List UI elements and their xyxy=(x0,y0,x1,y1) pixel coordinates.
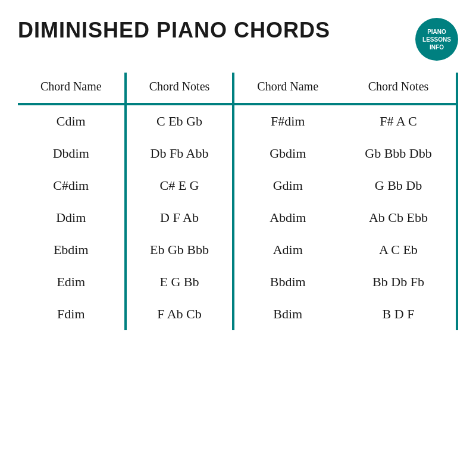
chord-notes-left: F Ab Cb xyxy=(126,298,234,330)
page-container: DIMINISHED PIANO CHORDS PIANO LESSONS IN… xyxy=(0,0,476,476)
chord-name-right: Gbdim xyxy=(233,137,341,170)
chord-name-left: Dbdim xyxy=(18,137,126,170)
header-chord-name-2: Chord Name xyxy=(233,73,341,104)
chord-name-right: Adim xyxy=(233,234,341,266)
chord-notes-left: E G Bb xyxy=(126,266,234,298)
table-row: C#dimC# E GGdimG Bb Db xyxy=(18,170,457,202)
table-row: CdimC Eb GbF#dimF# A C xyxy=(18,104,457,137)
chord-notes-left: C# E G xyxy=(126,170,234,202)
table-header-row: Chord Name Chord Notes Chord Name Chord … xyxy=(18,73,457,104)
header-chord-name-1: Chord Name xyxy=(18,73,126,104)
logo-line1: PIANO xyxy=(427,28,446,36)
chord-name-right: Gdim xyxy=(233,170,341,202)
chord-name-left: Ebdim xyxy=(18,234,126,266)
chord-name-left: Ddim xyxy=(18,202,126,234)
header-section: DIMINISHED PIANO CHORDS PIANO LESSONS IN… xyxy=(18,18,458,61)
logo-badge: PIANO LESSONS INFO xyxy=(415,18,458,61)
header-chord-notes-1: Chord Notes xyxy=(126,73,234,104)
chord-name-right: Bbdim xyxy=(233,266,341,298)
table-row: EbdimEb Gb BbbAdimA C Eb xyxy=(18,234,457,266)
chord-notes-left: Eb Gb Bbb xyxy=(126,234,234,266)
chord-notes-left: Db Fb Abb xyxy=(126,137,234,170)
chord-name-right: Abdim xyxy=(233,202,341,234)
chord-name-left: C#dim xyxy=(18,170,126,202)
chord-notes-left: C Eb Gb xyxy=(126,104,234,137)
logo-line3: INFO xyxy=(430,43,444,51)
header-chord-notes-2: Chord Notes xyxy=(341,73,457,104)
chord-notes-right: B D F xyxy=(341,298,457,330)
chord-name-left: Edim xyxy=(18,266,126,298)
chord-notes-right: Ab Cb Ebb xyxy=(341,202,457,234)
chord-notes-right: G Bb Db xyxy=(341,170,457,202)
chord-notes-right: Bb Db Fb xyxy=(341,266,457,298)
chord-notes-left: D F Ab xyxy=(126,202,234,234)
chord-notes-right: F# A C xyxy=(341,104,457,137)
table-row: DbdimDb Fb AbbGbdimGb Bbb Dbb xyxy=(18,137,457,170)
chord-name-right: Bdim xyxy=(233,298,341,330)
table-row: FdimF Ab CbBdimB D F xyxy=(18,298,457,330)
chord-name-left: Fdim xyxy=(18,298,126,330)
table-row: DdimD F AbAbdimAb Cb Ebb xyxy=(18,202,457,234)
chord-notes-right: Gb Bbb Dbb xyxy=(341,137,457,170)
table-row: EdimE G BbBbdimBb Db Fb xyxy=(18,266,457,298)
main-title: DIMINISHED PIANO CHORDS xyxy=(18,18,330,43)
chord-name-right: F#dim xyxy=(233,104,341,137)
chord-name-left: Cdim xyxy=(18,104,126,137)
chord-notes-right: A C Eb xyxy=(341,234,457,266)
chord-table: Chord Name Chord Notes Chord Name Chord … xyxy=(18,73,458,330)
logo-line2: LESSONS xyxy=(422,36,451,43)
